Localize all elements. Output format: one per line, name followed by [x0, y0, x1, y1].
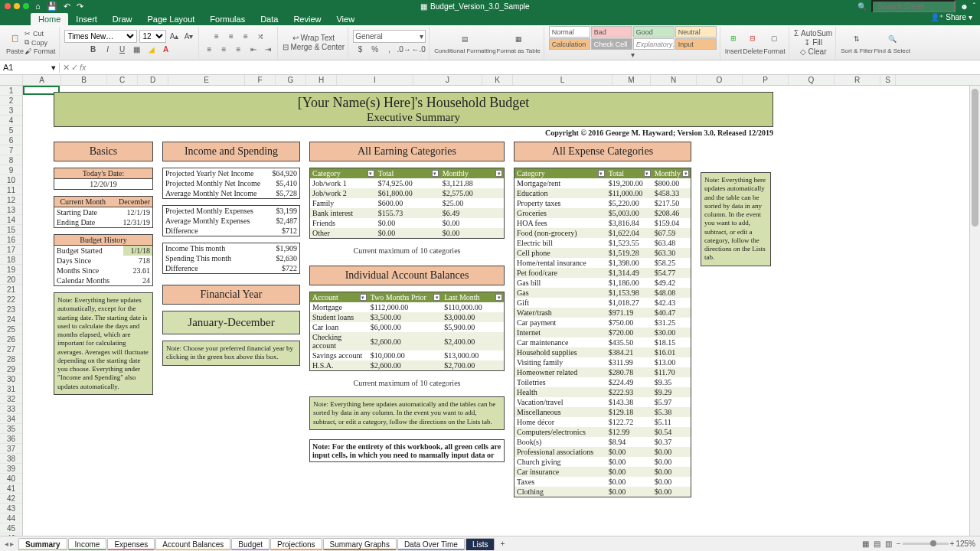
table-row[interactable]: Mortgage/rent$19,200.00$800.00: [514, 178, 691, 188]
col-header[interactable]: N: [651, 75, 697, 85]
row-header[interactable]: 41: [0, 484, 22, 494]
table-row[interactable]: Home décor$122.72$5.11: [514, 417, 691, 427]
borders-button[interactable]: ▦: [131, 44, 143, 56]
sheet-tab-projections[interactable]: Projections: [270, 538, 322, 550]
filter-icon[interactable]: ▾: [495, 170, 502, 177]
row-header[interactable]: 43: [0, 504, 22, 514]
find-select-button[interactable]: 🔍Find & Select: [874, 31, 910, 54]
table-header[interactable]: Two Months Prior▾: [368, 292, 443, 303]
format-as-table-button[interactable]: ▦Format as Table: [497, 31, 541, 54]
col-header[interactable]: H: [306, 75, 337, 85]
table-row[interactable]: Car payment$750.00$31.25: [514, 318, 691, 328]
number-format-select[interactable]: General▾: [353, 30, 426, 43]
currency-button[interactable]: $: [354, 44, 367, 56]
select-all-corner[interactable]: [0, 75, 23, 85]
filter-icon[interactable]: ▾: [644, 170, 651, 177]
col-header[interactable]: S: [880, 75, 896, 85]
row-header[interactable]: 34: [0, 414, 22, 424]
row-header[interactable]: 12: [0, 195, 22, 205]
cells-viewport[interactable]: [Your Name(s) Here]'s Household Budget E…: [23, 86, 969, 536]
sheet-tab-summary-graphs[interactable]: Summary Graphs: [323, 538, 397, 550]
delete-cells-button[interactable]: ⊟Delete: [743, 30, 763, 55]
row-header[interactable]: 37: [0, 444, 22, 454]
row-header[interactable]: 7: [0, 145, 22, 155]
col-header[interactable]: D: [138, 75, 168, 85]
col-header[interactable]: C: [107, 75, 138, 85]
sheet-tab-expenses[interactable]: Expenses: [107, 538, 155, 550]
increase-indent-button[interactable]: ⇥: [262, 43, 274, 55]
paste-button[interactable]: 📋 Paste: [6, 30, 24, 55]
menu-tab-data[interactable]: Data: [253, 13, 286, 25]
row-header[interactable]: 15: [0, 225, 22, 235]
menu-tab-review[interactable]: Review: [286, 13, 328, 25]
view-break-button[interactable]: ▥: [885, 540, 892, 548]
row-header[interactable]: 13: [0, 205, 22, 215]
format-painter-button[interactable]: 🖌Format: [24, 47, 56, 55]
table-row[interactable]: Electric bill$1,523.55$63.48: [514, 238, 691, 248]
name-box[interactable]: A1▾: [0, 63, 60, 73]
chevron-down-icon[interactable]: ▾: [631, 51, 635, 59]
cut-button[interactable]: ✂Cut: [24, 30, 56, 37]
decrease-indent-button[interactable]: ⇤: [247, 43, 260, 55]
col-header[interactable]: J: [413, 75, 482, 85]
row-header[interactable]: 10: [0, 175, 22, 185]
align-right-button[interactable]: ≡: [233, 43, 245, 55]
table-row[interactable]: Bank interest$155.73$6.49: [310, 208, 505, 218]
sheet-tab-data-over-time[interactable]: Data Over Time: [397, 538, 465, 550]
menu-tab-page-layout[interactable]: Page Layout: [140, 13, 203, 25]
table-row[interactable]: Book(s)$8.94$0.37: [514, 437, 691, 447]
share-button[interactable]: 👤⁺ Share ▾: [930, 13, 972, 21]
row-header[interactable]: 40: [0, 474, 22, 484]
align-middle-button[interactable]: ≡: [225, 30, 237, 42]
table-row[interactable]: Health$222.93$9.29: [514, 387, 691, 397]
col-header[interactable]: P: [743, 75, 789, 85]
row-header[interactable]: 26: [0, 334, 22, 344]
style-explanatory[interactable]: Explanatory…: [633, 38, 675, 50]
increase-decimal-button[interactable]: .0→: [398, 44, 410, 56]
table-header[interactable]: Last Month▾: [442, 292, 504, 303]
row-header[interactable]: 18: [0, 255, 22, 265]
sort-filter-button[interactable]: ⇅Sort & Filter: [841, 31, 873, 54]
redo-icon[interactable]: ↷: [77, 2, 83, 11]
bold-button[interactable]: B: [87, 44, 100, 56]
table-row[interactable]: Education$11,000.00$458.33: [514, 188, 691, 198]
table-row[interactable]: Visiting family$311.99$13.00: [514, 357, 691, 367]
filter-icon[interactable]: ▾: [432, 170, 439, 177]
col-header[interactable]: M: [612, 75, 651, 85]
table-header[interactable]: Monthly▾: [440, 168, 505, 179]
clear-button[interactable]: ◇Clear: [800, 47, 827, 56]
fx-icon[interactable]: fx: [80, 63, 87, 73]
table-row[interactable]: Gas bill$1,186.00$49.42: [514, 278, 691, 288]
table-row[interactable]: Savings account$10,000.00$13,000.00: [310, 350, 505, 360]
filter-icon[interactable]: ▾: [682, 170, 689, 177]
menu-tab-formulas[interactable]: Formulas: [202, 13, 253, 25]
filter-icon[interactable]: ▾: [360, 294, 367, 301]
tab-first-button[interactable]: ◂: [5, 540, 8, 548]
row-header[interactable]: 25: [0, 324, 22, 334]
row-header[interactable]: 16: [0, 235, 22, 245]
table-row[interactable]: Pet food/care$1,314.49$54.77: [514, 268, 691, 278]
save-icon[interactable]: 💾: [47, 2, 57, 11]
table-row[interactable]: Clothing$0.00$0.00: [514, 487, 691, 497]
comma-button[interactable]: ,: [384, 44, 396, 56]
underline-button[interactable]: U: [116, 44, 129, 56]
decrease-font-button[interactable]: A▾: [183, 30, 195, 42]
decrease-decimal-button[interactable]: ←.0: [413, 44, 425, 56]
menu-tab-insert[interactable]: Insert: [68, 13, 105, 25]
align-center-button[interactable]: ≡: [218, 43, 230, 55]
row-header[interactable]: 32: [0, 394, 22, 404]
conditional-formatting-button[interactable]: ▤Conditional Formatting: [434, 31, 495, 54]
table-row[interactable]: Job/work 2$61,800.00$2,575.00: [310, 188, 505, 198]
row-headers[interactable]: 1234567891011121314151617181920212223242…: [0, 86, 23, 536]
table-header[interactable]: Total▾: [606, 168, 652, 179]
sheet-tab-summary[interactable]: Summary: [18, 538, 67, 550]
row-header[interactable]: 2: [0, 96, 22, 106]
font-color-button[interactable]: A: [160, 44, 172, 56]
table-row[interactable]: Other$0.00$0.00: [310, 228, 505, 239]
row-header[interactable]: 23: [0, 305, 22, 315]
col-header[interactable]: B: [61, 75, 107, 85]
zoom-in-button[interactable]: +: [950, 540, 955, 548]
italic-button[interactable]: I: [102, 44, 114, 56]
table-row[interactable]: Car loan$6,000.00$5,900.00: [310, 322, 505, 332]
col-header[interactable]: O: [697, 75, 743, 85]
